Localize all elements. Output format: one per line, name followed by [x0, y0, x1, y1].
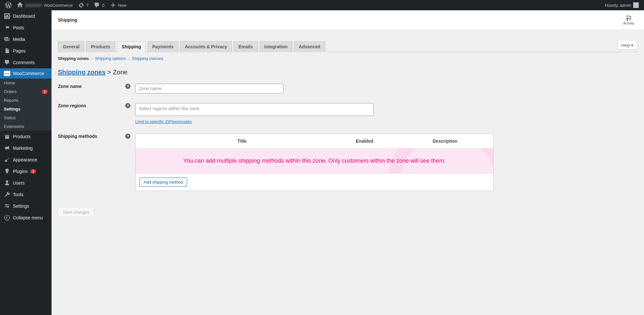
- activity-button[interactable]: Activity: [623, 15, 638, 25]
- add-shipping-method-button[interactable]: Add shipping method: [139, 177, 187, 187]
- sidebar-sub-settings[interactable]: Settings: [0, 105, 52, 113]
- zone-regions-select[interactable]: Select regions within this zone: [135, 103, 374, 116]
- new-label: New: [118, 3, 127, 8]
- sidebar-item-plugins[interactable]: Plugins 3: [0, 166, 52, 177]
- wrench-icon: [4, 191, 10, 198]
- sidebar-sub-status[interactable]: Status: [0, 113, 52, 122]
- comments-link[interactable]: 0: [91, 0, 107, 10]
- sidebar-item-products[interactable]: Products: [0, 131, 52, 142]
- empty-message: You can add multiple shipping methods wi…: [136, 148, 493, 173]
- howdy-text: Howdy, admin: [605, 3, 631, 8]
- collapse-icon: [4, 215, 10, 221]
- tab-advanced[interactable]: Advanced: [294, 41, 325, 52]
- save-changes-button[interactable]: Save changes: [58, 207, 94, 217]
- admin-bar: XXXXXXWooCommerce 7 0 New Howdy, admin: [0, 0, 644, 10]
- help-icon[interactable]: ?: [125, 134, 130, 139]
- sidebar-label: Appearance: [13, 157, 37, 162]
- sidebar-item-posts[interactable]: Posts: [0, 22, 52, 33]
- sidebar-item-collapse[interactable]: Collapse menu: [0, 212, 52, 224]
- woo-icon: woo: [4, 71, 10, 76]
- sidebar-item-settings[interactable]: Settings: [0, 200, 52, 212]
- activity-label: Activity: [623, 21, 634, 25]
- updates-link[interactable]: 7: [75, 0, 91, 10]
- brush-icon: [4, 157, 10, 163]
- site-name-blur: XXXXXX: [25, 3, 42, 8]
- sidebar-submenu: Home Orders2 Reports Settings Status Ext…: [0, 79, 52, 131]
- settings-tabs: General Products Shipping Payments Accou…: [58, 41, 638, 52]
- sidebar-label: Dashboard: [13, 14, 35, 19]
- sidebar-item-media[interactable]: Media: [0, 33, 52, 45]
- home-icon: [17, 2, 23, 8]
- update-icon: [78, 2, 84, 8]
- comments-count: 0: [102, 3, 104, 8]
- flag-icon: [626, 15, 632, 21]
- archive-icon: [4, 133, 10, 140]
- sidebar-label: Pages: [13, 48, 26, 53]
- sidebar-sub-reports[interactable]: Reports: [0, 96, 52, 105]
- sidebar-item-marketing[interactable]: Marketing: [0, 142, 52, 154]
- shipping-methods-label: Shipping methods: [58, 134, 97, 139]
- sidebar-label: WooCommerce: [13, 71, 44, 76]
- tab-accounts[interactable]: Accounts & Privacy: [180, 41, 232, 52]
- sidebar-item-appearance[interactable]: Appearance: [0, 154, 52, 166]
- svg-point-1: [5, 215, 10, 220]
- tab-integration[interactable]: Integration: [260, 41, 292, 52]
- limit-postcodes-link[interactable]: Limit to specific ZIP/postcodes: [135, 119, 192, 124]
- sidebar-item-comments[interactable]: Comments: [0, 57, 52, 68]
- th-description: Description: [397, 134, 493, 148]
- new-link[interactable]: New: [107, 0, 129, 10]
- dashboard-icon: [4, 13, 10, 19]
- page-icon: [4, 48, 10, 54]
- zone-regions-label: Zone regions: [58, 103, 86, 108]
- media-icon: [4, 36, 10, 43]
- wordpress-icon: [5, 2, 12, 8]
- help-icon[interactable]: ?: [125, 103, 130, 108]
- subnav-classes[interactable]: Shipping classes: [132, 56, 163, 61]
- sidebar-item-users[interactable]: Users: [0, 177, 52, 189]
- orders-badge: 2: [42, 90, 48, 94]
- sidebar-item-pages[interactable]: Pages: [0, 45, 52, 57]
- site-link[interactable]: XXXXXXWooCommerce: [14, 0, 75, 10]
- admin-sidebar: Dashboard Posts Media Pages Comments woo…: [0, 10, 52, 315]
- avatar-icon: [633, 2, 639, 8]
- updates-count: 7: [86, 3, 89, 8]
- subnav-zones[interactable]: Shipping zones: [58, 56, 89, 61]
- help-tab[interactable]: Help ▾: [617, 41, 638, 50]
- megaphone-icon: [4, 145, 10, 151]
- comment-icon: [94, 2, 100, 8]
- zone-name-input[interactable]: [135, 84, 283, 93]
- sidebar-item-dashboard[interactable]: Dashboard: [0, 10, 52, 22]
- comment-icon: [4, 59, 10, 66]
- sidebar-sub-extensions[interactable]: Extensions: [0, 122, 52, 131]
- sub-nav: Shipping zones | Shipping options | Ship…: [58, 52, 638, 65]
- sidebar-label: Marketing: [13, 146, 33, 151]
- breadcrumb-link[interactable]: Shipping zones: [58, 69, 106, 76]
- sidebar-label: Plugins: [13, 169, 28, 174]
- site-name: WooCommerce: [44, 3, 73, 8]
- sidebar-label: Users: [13, 180, 25, 186]
- subnav-options[interactable]: Shipping options: [95, 56, 126, 61]
- th-title: Title: [152, 134, 332, 148]
- tab-emails[interactable]: Emails: [233, 41, 258, 52]
- wp-logo[interactable]: [3, 0, 14, 10]
- plus-icon: [110, 2, 116, 8]
- tab-products[interactable]: Products: [86, 41, 115, 52]
- plugins-badge: 3: [30, 169, 36, 174]
- sidebar-sub-home[interactable]: Home: [0, 79, 52, 87]
- help-icon[interactable]: ?: [125, 84, 130, 89]
- sidebar-item-woocommerce[interactable]: woo WooCommerce: [0, 68, 52, 79]
- th-enabled: Enabled: [332, 134, 397, 148]
- sidebar-label: Media: [13, 37, 25, 42]
- sidebar-item-tools[interactable]: Tools: [0, 189, 52, 200]
- tab-shipping[interactable]: Shipping: [117, 41, 146, 52]
- sidebar-label: Settings: [13, 204, 29, 209]
- sidebar-label: Products: [13, 134, 31, 139]
- tab-general[interactable]: General: [58, 41, 84, 52]
- howdy-link[interactable]: Howdy, admin: [602, 0, 641, 10]
- sidebar-sub-orders[interactable]: Orders2: [0, 87, 52, 96]
- sidebar-label: Comments: [13, 60, 35, 65]
- tab-payments[interactable]: Payments: [147, 41, 178, 52]
- pin-icon: [4, 24, 10, 31]
- content-area: Shipping Activity Help ▾ General Product…: [52, 10, 644, 315]
- page-title: Shipping: [58, 17, 77, 23]
